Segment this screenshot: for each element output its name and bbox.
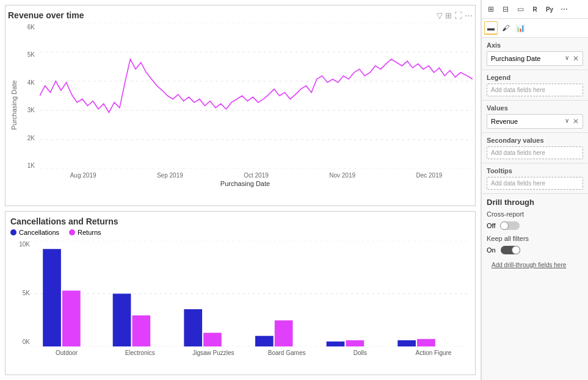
more-tools-icon[interactable]: ⋯ [557, 2, 571, 16]
revenue-svg [40, 23, 473, 169]
returns-dot [69, 229, 75, 235]
x-label-dolls: Dolls [324, 350, 397, 356]
bar-y-axis: 10K 5K 0K [10, 241, 30, 357]
chart-inner: 6K 5K 4K 3K 2K 1K [18, 23, 473, 187]
x-label-electronics: Electronics [103, 350, 176, 356]
x-label-boardgames: Board Games [250, 350, 324, 356]
axis-remove-icon[interactable]: ✕ [573, 54, 579, 63]
card-icon[interactable]: ▭ [514, 2, 527, 16]
boardgames-returns-bar [275, 320, 293, 346]
bar-chart-title: Cancellations and Returns [10, 217, 470, 226]
y-tick-6k: 6K [18, 24, 37, 30]
main-content: Revenue over time ▽ ⊞ ⛶ ⋯ Purchasing Dat… [0, 0, 481, 380]
keep-filters-label: Keep all filters [487, 235, 529, 242]
filter-icon[interactable]: ▽ [437, 11, 443, 20]
keep-filters-toggle[interactable]: On [487, 246, 583, 254]
cross-report-state-label: Off [487, 222, 495, 229]
y-tick-2k: 2K [18, 135, 37, 142]
bar-chart-icon[interactable]: ▬ [484, 21, 498, 35]
values-section: Values Revenue ∨ ✕ [482, 101, 588, 133]
legend-returns: Returns [69, 229, 101, 236]
table-icon[interactable]: ⊞ [484, 2, 498, 16]
bar-y-tick-0k: 0K [10, 339, 30, 345]
cross-report-toggle-track[interactable] [500, 221, 520, 230]
axis-section: Axis Purchasing Date ∨ ✕ [482, 38, 588, 70]
jigsaw-returns-bar [203, 333, 222, 346]
x-tick-aug: Aug 2019 [70, 172, 96, 179]
x-tick-dec: Dec 2019 [416, 172, 442, 179]
revenue-chart: Revenue over time ▽ ⊞ ⛶ ⋯ Purchasing Dat… [5, 5, 476, 206]
chart-plot [40, 23, 473, 169]
drill-through-section: Drill through Cross-report Off Keep all … [482, 194, 588, 274]
x-axis: Aug 2019 Sep 2019 Oct 2019 Nov 2019 Dec … [40, 172, 473, 179]
chart-header: Revenue over time ▽ ⊞ ⛶ ⋯ [8, 10, 473, 20]
returns-label: Returns [78, 229, 101, 236]
keep-filters-toggle-track[interactable] [501, 246, 520, 254]
axis-chevron-icon[interactable]: ∨ [565, 54, 569, 63]
bar-svg [30, 241, 470, 346]
expand-icon[interactable]: ⛶ [454, 11, 462, 20]
legend-placeholder[interactable]: Add data fields here [487, 84, 583, 96]
y-tick-3k: 3K [18, 107, 37, 113]
add-drill-fields[interactable]: Add drill-through fields here [487, 259, 583, 271]
keep-filters-toggle-thumb [512, 246, 520, 254]
chart-area: Purchasing Date 6K 5K 4K 3K 2K 1K [8, 23, 473, 187]
outdoor-returns-bar [62, 290, 81, 346]
analytics-icon[interactable]: 📊 [514, 21, 527, 35]
legend-section: Legend Add data fields here [482, 70, 588, 101]
x-label-actionfigure: Action Figure [397, 350, 470, 356]
secondary-values-placeholder[interactable]: Add data fields here [487, 146, 583, 159]
tooltips-section: Tooltips Add data fields here [482, 163, 588, 194]
panel-toolbar-row2: ▬ 🖌 📊 [482, 19, 588, 38]
cross-report-toggle-thumb [500, 221, 509, 230]
paint-icon[interactable]: 🖌 [499, 21, 512, 35]
focus-icon[interactable]: ⊞ [445, 11, 452, 20]
cross-report-row: Cross-report [487, 210, 583, 218]
r-icon[interactable]: R [528, 2, 542, 16]
x-tick-oct: Oct 2019 [244, 172, 269, 179]
bar-y-tick-10k: 10K [10, 241, 30, 248]
py-icon[interactable]: Py [543, 2, 556, 16]
legend-title: Legend [487, 74, 583, 81]
y-tick-1k: 1K [18, 162, 37, 169]
x-label-jigsaw: Jigsaw Puzzles [176, 350, 250, 356]
x-label-outdoor: Outdoor [30, 350, 103, 356]
boardgames-cancellations-bar [255, 336, 274, 346]
chart-toolbar: ▽ ⊞ ⛶ ⋯ [437, 11, 473, 20]
y-tick-5k: 5K [18, 51, 37, 58]
values-title: Values [487, 104, 583, 112]
x-tick-sep: Sep 2019 [157, 172, 183, 179]
dolls-cancellations-bar [327, 342, 345, 346]
tooltips-title: Tooltips [487, 167, 583, 174]
drill-through-title: Drill through [487, 198, 583, 207]
bar-chart: Cancellations and Returns Cancellations … [5, 211, 476, 375]
x-axis-label: Purchasing Date [18, 180, 473, 187]
values-remove-icon[interactable]: ✕ [573, 117, 579, 126]
tooltips-placeholder[interactable]: Add data fields here [487, 177, 583, 190]
axis-title: Axis [487, 41, 583, 49]
x-tick-nov: Nov 2019 [329, 172, 355, 179]
revenue-chart-title: Revenue over time [8, 10, 84, 20]
cancellations-label: Cancellations [19, 229, 59, 236]
cross-report-label: Cross-report [487, 210, 524, 218]
more-icon[interactable]: ⋯ [465, 11, 473, 20]
values-field-label: Revenue [491, 118, 518, 125]
keep-filters-state-label: On [487, 246, 496, 254]
bar-x-labels: Outdoor Electronics Jigsaw Puzzles Board… [30, 348, 470, 356]
cross-report-toggle[interactable]: Off [487, 221, 583, 230]
y-tick-4k: 4K [18, 79, 37, 86]
jigsaw-cancellations-bar [184, 309, 202, 346]
electronics-cancellations-bar [113, 294, 131, 347]
y-axis-ticks: 6K 5K 4K 3K 2K 1K [18, 23, 37, 169]
values-chevron-icon[interactable]: ∨ [565, 117, 569, 126]
values-field-box: Revenue ∨ ✕ [487, 114, 583, 129]
outdoor-cancellations-bar [43, 249, 61, 346]
bar-y-tick-5k: 5K [10, 290, 30, 296]
right-panel: ⊞ ⊟ ▭ R Py ⋯ ▬ 🖌 📊 Axis Purchasing Date … [481, 0, 588, 380]
matrix-icon[interactable]: ⊟ [499, 2, 512, 16]
axis-field-label: Purchasing Date [491, 55, 540, 62]
bar-plot: Outdoor Electronics Jigsaw Puzzles Board… [30, 241, 470, 357]
legend: Cancellations Returns [10, 229, 470, 236]
keep-filters-row: Keep all filters [487, 235, 583, 242]
axis-field-box: Purchasing Date ∨ ✕ [487, 51, 583, 66]
